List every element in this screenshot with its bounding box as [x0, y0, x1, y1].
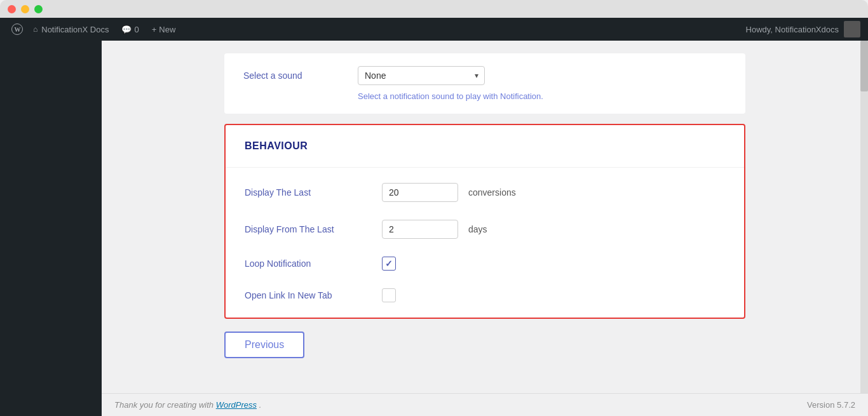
scrollbar-thumb[interactable] [860, 41, 868, 91]
wp-admin-bar: W ⌂ NotificationX Docs 💬 0 + New Howdy, … [0, 18, 868, 41]
loop-notification-checkbox[interactable] [382, 257, 396, 271]
mac-chrome [0, 0, 868, 18]
sound-hint: Select a notification sound to play with… [358, 91, 726, 101]
main-content: Select a sound None Ding Bell Chime ▾ Se… [102, 41, 868, 416]
mac-minimize-btn[interactable] [21, 5, 29, 13]
behaviour-section: BEHAVIOUR Display The Last conversions D… [224, 124, 745, 319]
wp-footer: Thank you for creating with WordPress . … [102, 393, 868, 416]
loop-notification-row: Loop Notification [245, 257, 725, 271]
layout: Select a sound None Ding Bell Chime ▾ Se… [0, 41, 868, 416]
admin-new[interactable]: + New [146, 18, 182, 41]
mac-maximize-btn[interactable] [34, 5, 43, 13]
display-the-last-input[interactable] [382, 183, 458, 202]
behaviour-title: BEHAVIOUR [245, 140, 725, 152]
comment-icon: 💬 [121, 25, 132, 34]
admin-site-name[interactable]: ⌂ NotificationX Docs [27, 18, 115, 41]
wordpress-link[interactable]: WordPress [216, 400, 257, 410]
display-the-last-label: Display The Last [245, 187, 372, 198]
admin-howdy: Howdy, NotificationXdocs [746, 21, 860, 37]
open-link-new-tab-checkbox[interactable] [382, 288, 396, 302]
display-from-the-last-unit: days [468, 224, 487, 234]
new-label: New [159, 25, 175, 34]
howdy-text: Howdy, NotificationXdocs [746, 25, 839, 34]
footer-thank-you: Thank you for creating with [114, 400, 216, 410]
display-from-the-last-input[interactable] [382, 220, 458, 239]
loop-notification-label: Loop Notification [245, 258, 372, 269]
site-name-label: NotificationX Docs [41, 25, 109, 34]
plus-icon: + [152, 25, 157, 34]
display-from-the-last-label: Display From The Last [245, 224, 372, 234]
mac-close-btn[interactable] [8, 5, 16, 13]
footer-left: Thank you for creating with WordPress . [114, 400, 261, 410]
previous-button[interactable]: Previous [224, 332, 304, 358]
sound-form-row: Select a sound None Ding Bell Chime ▾ [243, 66, 726, 85]
footer-suffix: . [259, 400, 262, 410]
house-icon: ⌂ [33, 25, 37, 34]
display-from-the-last-row: Display From The Last days [245, 220, 725, 239]
footer-version: Version 5.7.2 [807, 400, 855, 410]
sound-select-wrapper: None Ding Bell Chime ▾ [358, 66, 485, 85]
user-avatar [844, 21, 860, 37]
sound-section: Select a sound None Ding Bell Chime ▾ Se… [224, 53, 745, 114]
sidebar [0, 41, 102, 416]
sound-select[interactable]: None Ding Bell Chime [358, 66, 485, 85]
display-the-last-unit: conversions [468, 187, 516, 198]
svg-text:W: W [15, 26, 21, 33]
wp-logo-icon[interactable]: W [8, 18, 27, 41]
comments-count: 0 [134, 25, 139, 34]
button-row: Previous [224, 332, 745, 358]
scrollbar-track[interactable] [860, 41, 868, 416]
open-link-new-tab-label: Open Link In New Tab [245, 290, 372, 300]
admin-comments[interactable]: 💬 0 [115, 18, 145, 41]
section-divider [226, 167, 744, 168]
sound-label: Select a sound [243, 70, 345, 81]
open-link-new-tab-row: Open Link In New Tab [245, 288, 725, 302]
display-the-last-row: Display The Last conversions [245, 183, 725, 202]
